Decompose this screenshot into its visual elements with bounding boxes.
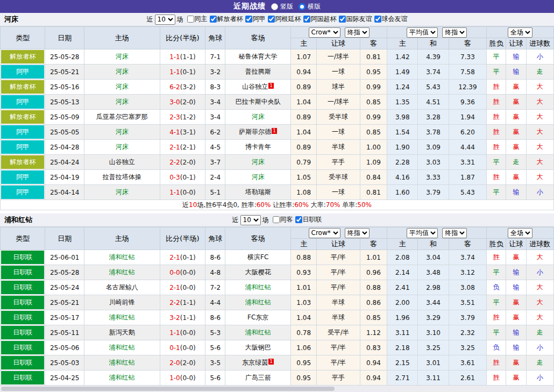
goals-result-cell: 小 xyxy=(526,370,553,386)
results-table: 类型 日期 主场 比分(半场) 角球 客场 Crow* 终指 平均值 终指 全场 xyxy=(0,26,554,200)
checkbox-input[interactable] xyxy=(187,16,194,23)
avg-source-select[interactable]: 平均值 xyxy=(407,27,438,38)
league-badge: 阿甲 xyxy=(1,140,44,154)
odds-stage-select[interactable]: 终指 xyxy=(345,228,370,238)
avg-draw-cell: 3.33 xyxy=(418,170,449,185)
layout-options: 竖版横版 xyxy=(271,2,321,11)
handicap-result-cell: 走 xyxy=(506,155,526,170)
result-cell: 胜 xyxy=(487,140,506,155)
home-team-cell: 河床 xyxy=(84,65,160,80)
avg-home-cell: 2.28 xyxy=(387,155,418,170)
team-name: 浦和红钻 xyxy=(4,213,32,226)
date-cell: 25-05-28 xyxy=(45,265,84,280)
avg-away-cell: 9.36 xyxy=(449,95,486,110)
league-badge: 日职联 xyxy=(1,296,44,309)
summary-line: 近10场,胜6平4负0, 胜率:60% 让胜率:60% 大率:70% 单率:50… xyxy=(0,200,554,210)
result-cell: 平 xyxy=(487,65,506,80)
odds-stage-select[interactable]: 终指 xyxy=(345,27,370,38)
home-team-cell: 浦和红钻 xyxy=(84,355,160,370)
odds-source-select[interactable]: Crow* xyxy=(309,27,340,38)
avg-away-cell: 1.87 xyxy=(449,170,486,185)
avg-home-cell: 1.54 xyxy=(387,125,418,140)
match-row: 阿甲25-04-14河床1-1(0-0)5-1塔勒瑞斯1.08一球0.811.6… xyxy=(1,185,554,200)
radio-icon xyxy=(299,3,306,10)
score-cell: 0-1(0-0) xyxy=(160,340,205,355)
handicap-result-cell: 赢 xyxy=(506,250,526,265)
avg-stage-select[interactable]: 终指 xyxy=(442,27,467,38)
goals-result-cell: 大 xyxy=(526,310,553,325)
league-badge: 日职联 xyxy=(1,371,44,384)
filter-checkboxes: 同主解放者杯阿甲阿根廷杯阿国超杯国际友谊球会友谊 xyxy=(185,15,408,24)
col-header-corner: 角球 xyxy=(205,27,225,49)
avg-home-cell: 4.16 xyxy=(387,170,418,185)
avg-source-select[interactable]: 平均值 xyxy=(407,228,438,238)
scrollbar-thumb[interactable] xyxy=(1,387,335,391)
checkbox-input[interactable] xyxy=(339,16,346,23)
score-cell: 1-1(0-0) xyxy=(160,185,205,200)
handicap-cell: 平手 xyxy=(317,370,360,386)
horizontal-scrollbar[interactable] xyxy=(0,386,554,392)
date-cell: 25-05-28 xyxy=(45,49,84,65)
red-card-badge: 1 xyxy=(272,128,277,134)
subcol-handicap: 让球 xyxy=(317,239,360,250)
handicap-cell: 一球 xyxy=(317,125,360,140)
col-header-type: 类型 xyxy=(1,27,45,49)
filter-checkbox[interactable]: 同主 xyxy=(187,15,208,24)
handicap-result-cell: 赢 xyxy=(506,125,526,140)
checkbox-input[interactable] xyxy=(303,16,310,23)
checkbox-input[interactable] xyxy=(210,16,217,23)
layout-radio-horizontal[interactable]: 横版 xyxy=(299,2,321,11)
filter-checkbox[interactable]: 球会友谊 xyxy=(374,15,408,24)
score-cell: 0-3(0-1) xyxy=(160,170,205,185)
checkbox-input[interactable] xyxy=(374,16,381,23)
away-odds-cell: 1.12 xyxy=(360,325,387,340)
avg-home-cell: 2.15 xyxy=(387,355,418,370)
avg-draw-cell: 2.98 xyxy=(418,280,449,295)
avg-home-cell: 3.98 xyxy=(387,110,418,125)
checkbox-label: 阿根廷杯 xyxy=(275,15,301,24)
league-badge: 日职联 xyxy=(1,311,44,324)
match-count-select[interactable]: 10 xyxy=(155,15,175,25)
avg-away-cell: 1.94 xyxy=(449,110,486,125)
filter-controls: 近 10 场 同主解放者杯阿甲阿根廷杯阿国超杯国际友谊球会友谊 xyxy=(147,15,408,25)
league-badge: 阿甲 xyxy=(1,65,44,79)
checkbox-label: 阿甲 xyxy=(253,15,266,24)
match-count-select[interactable]: 10 xyxy=(240,215,261,225)
filter-suffix-label: 场 xyxy=(262,216,269,225)
odds-group-header: Crow* 终指 xyxy=(291,227,387,239)
checkbox-input[interactable] xyxy=(268,16,275,23)
avg-stage-select[interactable]: 终指 xyxy=(442,228,467,238)
league-cell: 日职联 xyxy=(1,370,45,386)
checkbox-input[interactable] xyxy=(273,216,280,223)
filter-checkbox[interactable]: 同客 xyxy=(273,215,293,224)
odds-source-select[interactable]: Crow* xyxy=(309,228,340,238)
league-cell: 阿甲 xyxy=(1,185,45,200)
away-team-cell: 普拉腾斯 xyxy=(225,65,291,80)
checkbox-input[interactable] xyxy=(245,16,252,23)
layout-radio-vertical[interactable]: 竖版 xyxy=(271,2,293,11)
avg-draw-cell: 3.78 xyxy=(418,125,449,140)
league-cell: 日职联 xyxy=(1,340,45,355)
home-odds-cell: 0.95 xyxy=(291,355,317,370)
filter-checkbox[interactable]: 国际友谊 xyxy=(339,15,372,24)
home-odds-cell: 1.04 xyxy=(291,125,317,140)
filter-checkbox[interactable]: 阿甲 xyxy=(245,15,266,24)
filter-checkbox[interactable]: 阿根廷杯 xyxy=(268,15,301,24)
league-badge: 日职联 xyxy=(1,326,44,339)
filter-checkbox[interactable]: 解放者杯 xyxy=(210,15,243,24)
avg-away-cell: 3.61 xyxy=(449,355,486,370)
handicap-cell: 一/球半 xyxy=(317,49,360,65)
home-team-cell: 河床 xyxy=(84,95,160,110)
date-cell: 25-05-11 xyxy=(45,325,84,340)
subcol-handicap-result: 让球 xyxy=(506,239,526,250)
scope-select[interactable]: 全场 xyxy=(508,228,532,238)
avg-away-cell: 3.31 xyxy=(449,155,486,170)
filter-checkbox[interactable]: 日职联 xyxy=(295,215,322,224)
checkbox-input[interactable] xyxy=(295,216,302,223)
corner-cell: 3-4 xyxy=(205,95,225,110)
home-team-cell: 川崎前锋 xyxy=(84,295,160,310)
scope-select[interactable]: 全场 xyxy=(508,27,532,38)
filter-checkbox[interactable]: 阿国超杯 xyxy=(303,15,337,24)
goals-result-cell: 小 xyxy=(526,49,553,65)
date-cell: 25-04-14 xyxy=(45,185,84,200)
